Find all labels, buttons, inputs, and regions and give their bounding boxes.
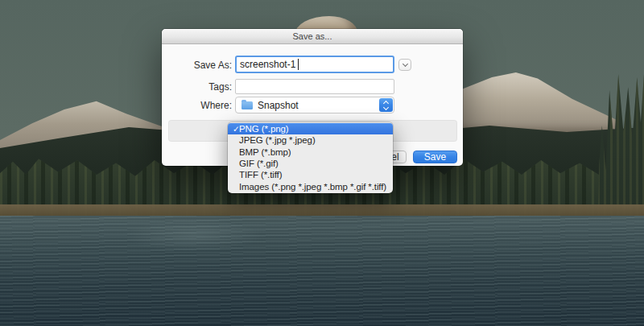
checkmark-icon: ✓ xyxy=(228,124,239,134)
menu-item-tiff[interactable]: TIFF (*.tiff) xyxy=(228,169,393,180)
menu-item-bmp[interactable]: BMP (*.bmp) xyxy=(228,146,393,158)
save-as-field-wrap xyxy=(235,56,394,73)
tags-label: Tags: xyxy=(176,81,232,93)
menu-item-gif[interactable]: GIF (*.gif) xyxy=(228,158,393,169)
save-as-label: Save As: xyxy=(176,60,232,71)
folder-icon xyxy=(242,101,253,109)
menu-item-images[interactable]: Images (*.png *.jpeg *.bmp *.gif *.tiff) xyxy=(228,180,393,192)
save-button-label: Save xyxy=(424,151,446,163)
format-dropdown-menu: ✓ PNG (*.png) JPEG (*.jpg *.jpeg) BMP (*… xyxy=(228,122,393,193)
text-caret xyxy=(298,59,299,70)
menu-item-label: JPEG (*.jpg *.jpeg) xyxy=(239,135,316,145)
dialog-title: Save as... xyxy=(293,31,332,41)
expand-dialog-button[interactable] xyxy=(398,59,411,71)
save-as-input[interactable] xyxy=(235,56,394,73)
menu-item-label: TIFF (*.tiff) xyxy=(239,170,282,180)
where-label: Where: xyxy=(176,100,232,111)
chevron-down-icon xyxy=(383,104,389,109)
menu-item-jpeg[interactable]: JPEG (*.jpg *.jpeg) xyxy=(228,134,393,146)
tags-input[interactable] xyxy=(235,79,394,94)
menu-item-png[interactable]: ✓ PNG (*.png) xyxy=(228,123,393,134)
up-down-chevrons-icon xyxy=(379,98,393,112)
menu-item-label: BMP (*.bmp) xyxy=(239,147,291,157)
where-popup-button[interactable]: Snapshot xyxy=(235,97,394,113)
wallpaper-lake xyxy=(0,216,644,326)
chevron-down-icon xyxy=(402,61,407,67)
menu-item-label: GIF (*.gif) xyxy=(239,159,279,168)
where-value: Snapshot xyxy=(258,100,299,111)
save-button[interactable]: Save xyxy=(413,151,457,163)
menu-item-label: Images (*.png *.jpeg *.bmp *.gif *.tiff) xyxy=(239,182,386,192)
dialog-titlebar[interactable]: Save as... xyxy=(162,29,463,44)
menu-item-label: PNG (*.png) xyxy=(239,124,289,134)
